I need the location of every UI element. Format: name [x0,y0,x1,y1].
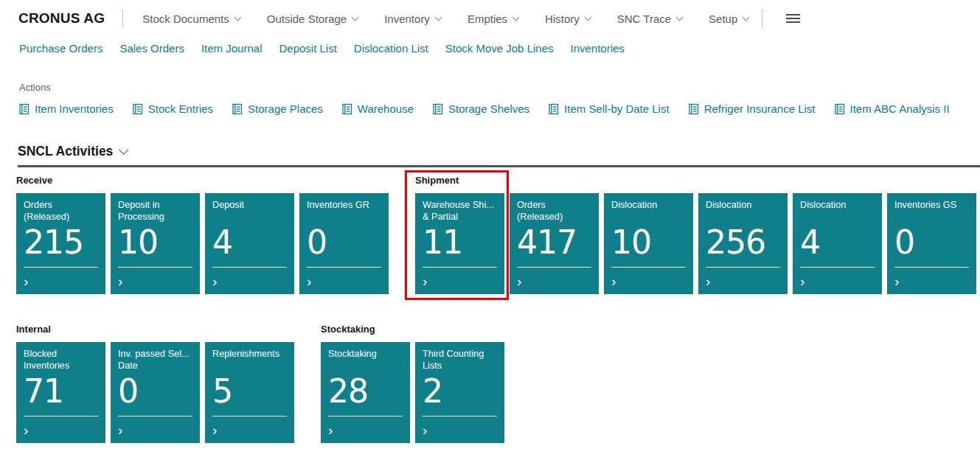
cue-tile-replenishments[interactable]: Replenishments 5 › [205,342,294,443]
cue-tile-inventories-gr[interactable]: Inventories GR 0 › [299,193,389,294]
cue-group-label: Internal [16,324,294,335]
list-page-icon [19,103,29,115]
cue-tile-orders-released-receive[interactable]: Orders(Released) 215 › [16,193,105,294]
cue-value: 10 [611,226,686,259]
cue-value: 5 [212,374,287,408]
list-page-icon [133,103,143,115]
action-storage-shelves[interactable]: Storage Shelves [433,102,529,115]
divider [24,416,98,417]
chevron-right-icon: › [706,274,710,288]
list-page-icon [433,103,443,115]
cue-tile-deposit[interactable]: Deposit 4 › [205,193,294,294]
divider [800,267,875,268]
link-dislocation-list[interactable]: Dislocation List [354,42,428,55]
cue-tile-blocked-inventories[interactable]: BlockedInventories 71 › [16,342,105,443]
chevron-right-icon: › [212,274,217,288]
cue-tile-orders-released-shipment[interactable]: Orders(Released) 417 › [510,193,599,294]
divider [212,267,287,268]
cue-tile-inventories-gs[interactable]: Inventories GS 0 › [887,193,976,294]
chevron-down-icon [743,13,750,21]
cue-tile-third-counting-lists[interactable]: Third CountingLists 2 › [415,342,504,443]
chevron-right-icon: › [212,423,217,437]
cue-value: 0 [894,226,969,259]
cue-value: 11 [423,226,497,259]
link-deposit-list[interactable]: Deposit List [279,42,336,55]
chevron-down-icon [352,13,359,21]
menu-outside-storage[interactable]: Outside Storage [267,13,358,25]
chevron-down-icon [584,13,591,21]
cue-tile-warehouse-shipment-partial[interactable]: Warehouse Shi...& Partial 11 › [415,193,504,294]
menu-inventory[interactable]: Inventory [384,13,441,25]
actions-label: Actions [19,82,51,93]
action-item-inventories[interactable]: Item Inventories [19,102,114,115]
vertical-divider [122,9,123,28]
cue-tile-stocktaking[interactable]: Stocktaking 28 › [321,342,410,443]
divider [611,267,686,268]
chevron-right-icon: › [24,274,28,288]
hamburger-menu-icon[interactable] [785,10,802,27]
action-storage-places[interactable]: Storage Places [232,102,323,115]
cue-tile-inv-passed-sell-date[interactable]: Inv. passed Sel...Date 0 › [111,342,200,443]
divider [212,416,287,417]
menu-setup[interactable]: Setup [709,13,748,25]
menu-history[interactable]: History [545,13,591,25]
cue-value: 417 [517,226,591,259]
chevron-right-icon: › [118,274,122,288]
cue-group-label: Stocktaking [321,324,504,335]
action-refriger-insurance-list[interactable]: Refriger Insurance List [689,102,816,115]
cue-tile-dislocation-1[interactable]: Dislocation 10 › [604,193,693,294]
divider [517,267,591,268]
link-stock-move-job-lines[interactable]: Stock Move Job Lines [445,42,554,55]
cue-value: 28 [328,374,403,408]
sub-menu: Purchase Orders Sales Orders Item Journa… [19,42,625,55]
cue-group-receive: Receive Orders(Released) 215 › Deposit i… [16,175,389,294]
cue-row-1: Receive Orders(Released) 215 › Deposit i… [16,175,976,294]
cue-value: 0 [118,374,192,408]
divider [423,267,497,268]
chevron-right-icon: › [24,423,28,437]
actions-links: Item Inventories Stock Entries Storage P… [19,102,950,115]
chevron-down-icon [119,145,128,155]
chevron-right-icon: › [423,274,427,288]
divider [118,416,192,417]
cue-value: 0 [307,226,381,259]
cue-group-label: Shipment [415,175,976,186]
cue-value: 4 [800,226,875,259]
chevron-right-icon: › [423,423,427,437]
menu-snc-trace[interactable]: SNC Trace [617,13,682,25]
link-item-journal[interactable]: Item Journal [201,42,263,55]
link-purchase-orders[interactable]: Purchase Orders [19,42,102,55]
list-page-icon [342,103,352,115]
cue-row-2: Internal BlockedInventories 71 › Inv. pa… [16,324,504,443]
cue-tile-dislocation-3[interactable]: Dislocation 4 › [793,193,882,294]
action-item-abc-analysis-ii[interactable]: Item ABC Analysis II [835,102,950,115]
divider [894,267,969,268]
link-inventories[interactable]: Inventories [571,42,625,55]
divider [423,416,497,417]
company-brand[interactable]: CRONUS AG [18,10,105,27]
menu-stock-documents[interactable]: Stock Documents [142,13,240,25]
divider [118,267,192,268]
action-stock-entries[interactable]: Stock Entries [133,102,213,115]
link-sales-orders[interactable]: Sales Orders [119,42,184,55]
chevron-right-icon: › [611,274,616,288]
divider [307,267,381,268]
action-item-sell-by-date-list[interactable]: Item Sell-by Date List [549,102,670,115]
chevron-right-icon: › [894,274,899,288]
top-bar: CRONUS AG Stock Documents Outside Storag… [18,7,973,29]
cue-group-label: Receive [16,175,389,186]
chevron-right-icon: › [800,274,804,288]
cue-group-stocktaking: Stocktaking Stocktaking 28 › Third Count… [321,324,504,443]
divider [24,267,98,268]
role-center-page: CRONUS AG Stock Documents Outside Storag… [0,0,980,460]
action-warehouse[interactable]: Warehouse [342,102,414,115]
menu-empties[interactable]: Empties [468,13,518,25]
cue-tile-dislocation-2[interactable]: Dislocation 256 › [698,193,788,294]
list-page-icon [549,103,559,115]
chevron-right-icon: › [517,274,521,288]
cue-group-shipment: Shipment Warehouse Shi...& Partial 11 › … [415,175,976,294]
activities-section-header[interactable]: SNCL Activities [18,144,127,159]
list-page-icon [835,103,845,115]
chevron-down-icon [234,13,241,21]
cue-tile-deposit-in-processing[interactable]: Deposit inProcessing 10 › [111,193,200,294]
